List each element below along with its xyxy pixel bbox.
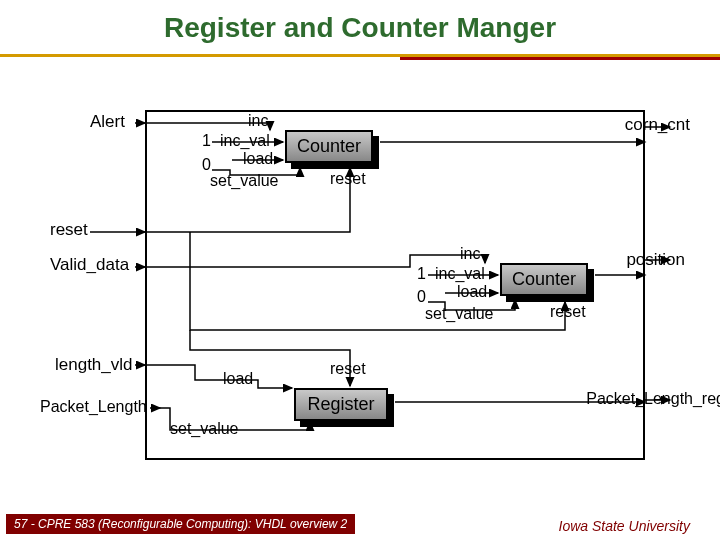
counter2-set-value: set_value	[425, 305, 494, 323]
counter1-inc-val: inc_val	[220, 132, 270, 150]
port-length-vld: length_vld	[55, 355, 133, 375]
title-underline	[0, 54, 720, 60]
port-valid-data: Valid_data	[50, 255, 129, 275]
counter2-load: load	[457, 283, 487, 301]
counter2-inc: inc	[460, 245, 480, 263]
port-corn-cnt: corn_cnt	[625, 115, 690, 135]
counter1-const0: 0	[202, 156, 211, 174]
counter2-const0: 0	[417, 288, 426, 306]
counter2-block: Counter	[500, 263, 588, 296]
port-position: position	[626, 250, 685, 270]
page-title: Register and Counter Manger	[0, 0, 720, 48]
register-set-value: set_value	[170, 420, 239, 438]
port-packet-length-reg: Packet_Length_reg	[586, 390, 720, 408]
counter2-reset: reset	[550, 303, 586, 321]
counter1-set-value: set_value	[210, 172, 279, 190]
counter2-const1: 1	[417, 265, 426, 283]
register-reset: reset	[330, 360, 366, 378]
counter1-load: load	[243, 150, 273, 168]
counter1-const1: 1	[202, 132, 211, 150]
footer-right: Iowa State University	[559, 518, 691, 534]
port-packet-length: Packet_Length	[40, 398, 147, 416]
counter1-inc: inc	[248, 112, 268, 130]
register-load: load	[223, 370, 253, 388]
diagram-area: Alert reset Valid_data length_vld Packet…	[40, 80, 680, 480]
footer-left: 57 - CPRE 583 (Reconfigurable Computing)…	[6, 514, 355, 534]
counter1-reset: reset	[330, 170, 366, 188]
counter1-block: Counter	[285, 130, 373, 163]
port-reset: reset	[50, 220, 88, 240]
port-alert: Alert	[90, 112, 125, 132]
register-block: Register	[294, 388, 388, 421]
counter2-inc-val: inc_val	[435, 265, 485, 283]
